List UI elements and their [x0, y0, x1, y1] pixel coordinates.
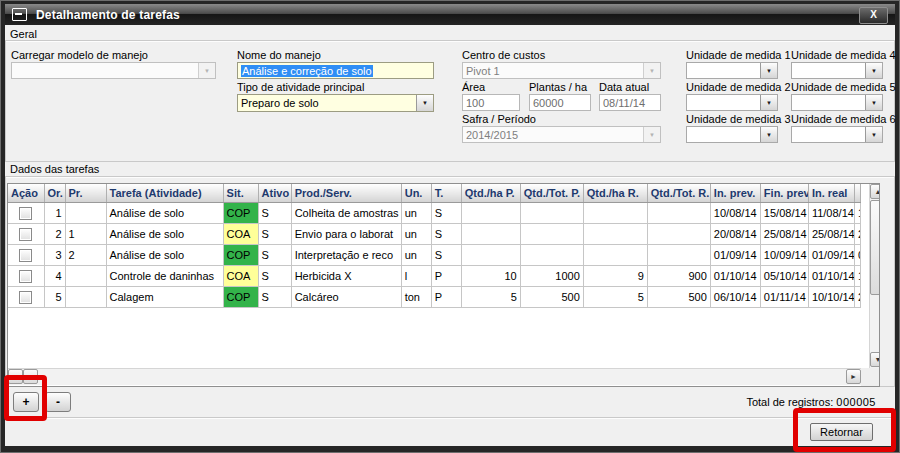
cell-fin-prev[interactable]: 05/10/14	[760, 266, 808, 287]
cell-ativo[interactable]: S	[258, 287, 291, 308]
unidade-2-combobox[interactable]: ▼	[686, 94, 778, 111]
cell-un[interactable]: un	[401, 245, 431, 266]
cell-in-prev[interactable]: 01/10/14	[710, 266, 760, 287]
cell-qtd-tot-r[interactable]	[647, 203, 710, 224]
vertical-scrollbar-thumb[interactable]	[870, 200, 880, 295]
column-header-acao[interactable]: Ação	[8, 184, 44, 203]
cell-in-real[interactable]: 01/10/14	[808, 266, 854, 287]
cell-qtd-tot-p[interactable]: 1000	[520, 266, 583, 287]
chevron-down-icon[interactable]: ▼	[865, 95, 882, 110]
column-header-tarefa[interactable]: Tarefa (Atividade)	[106, 184, 223, 203]
cell-acao[interactable]	[8, 203, 44, 224]
cell-t[interactable]: S	[431, 245, 461, 266]
cell-prod-serv[interactable]: Calcáreo	[291, 287, 401, 308]
cell-sit[interactable]: COA	[223, 266, 258, 287]
cell-qtd-tot-r[interactable]	[647, 245, 710, 266]
cell-qtd-ha-p[interactable]	[461, 203, 520, 224]
cell-qtd-ha-p[interactable]	[461, 245, 520, 266]
column-header-sit[interactable]: Sit.	[223, 184, 258, 203]
chevron-down-icon[interactable]: ▼	[760, 63, 777, 78]
horizontal-scrollbar-thumb[interactable]	[23, 369, 38, 384]
cell-qtd-tot-p[interactable]	[520, 224, 583, 245]
cell-in-real[interactable]: 10/10/14	[808, 287, 854, 308]
scroll-left-icon[interactable]: ◄	[8, 369, 23, 384]
column-header-qtd-ha-r[interactable]: Qtd./ha R.	[583, 184, 647, 203]
cell-sit[interactable]: COP	[223, 203, 258, 224]
vertical-scrollbar[interactable]: ▲ ▼	[869, 184, 880, 368]
cell-ativo[interactable]: S	[258, 266, 291, 287]
unidade-5-combobox[interactable]: ▼	[791, 94, 883, 111]
cell-acao[interactable]	[8, 224, 44, 245]
column-header-or[interactable]: Or.	[44, 184, 65, 203]
column-header-qtd-ha-p[interactable]: Qtd./ha P.	[461, 184, 520, 203]
cell-t[interactable]: P	[431, 287, 461, 308]
cell-qtd-ha-r[interactable]	[583, 203, 647, 224]
column-header-fin-prev[interactable]: Fin. prev	[760, 184, 808, 203]
column-header-qtd-tot-r[interactable]: Qtd./Tot. R.	[647, 184, 710, 203]
cell-pr[interactable]	[65, 203, 106, 224]
column-header-pr[interactable]: Pr.	[65, 184, 106, 203]
cell-or[interactable]: 1	[44, 203, 65, 224]
cell-pr[interactable]	[65, 266, 106, 287]
scroll-down-icon[interactable]: ▼	[870, 352, 880, 367]
cell-sit[interactable]: COP	[223, 245, 258, 266]
cell-qtd-ha-p[interactable]	[461, 224, 520, 245]
cell-qtd-ha-r[interactable]: 5	[583, 287, 647, 308]
chevron-down-icon[interactable]: ▼	[760, 127, 777, 142]
cell-pr[interactable]	[65, 287, 106, 308]
column-header-ativo[interactable]: Ativo	[258, 184, 291, 203]
cell-prod-serv[interactable]: Colheita de amostras	[291, 203, 401, 224]
cell-un[interactable]: l	[401, 266, 431, 287]
chevron-down-icon[interactable]: ▼	[760, 95, 777, 110]
cell-or[interactable]: 2	[44, 224, 65, 245]
unidade-6-combobox[interactable]: ▼	[791, 126, 883, 143]
cell-or[interactable]: 5	[44, 287, 65, 308]
return-button[interactable]: Retornar	[810, 423, 873, 441]
scroll-right-icon[interactable]: ►	[846, 369, 861, 384]
column-header-t[interactable]: T.	[431, 184, 461, 203]
chevron-down-icon[interactable]: ▼	[865, 127, 882, 142]
cell-in-prev[interactable]: 20/08/14	[710, 224, 760, 245]
cell-or[interactable]: 4	[44, 266, 65, 287]
cell-pr[interactable]: 1	[65, 224, 106, 245]
row-checkbox[interactable]	[19, 270, 32, 283]
close-button[interactable]: X	[859, 7, 888, 24]
cell-fin-prev[interactable]: 10/09/14	[760, 245, 808, 266]
cell-un[interactable]: ton	[401, 287, 431, 308]
cell-ativo[interactable]: S	[258, 245, 291, 266]
unidade-1-combobox[interactable]: ▼	[686, 62, 778, 79]
cell-sit[interactable]: COP	[223, 287, 258, 308]
cell-prod-serv[interactable]: Envio para o laborat	[291, 224, 401, 245]
cell-tarefa[interactable]: Controle de daninhas	[106, 266, 223, 287]
cell-qtd-tot-r[interactable]: 500	[647, 287, 710, 308]
cell-un[interactable]: un	[401, 224, 431, 245]
cell-fin-prev[interactable]: 15/08/14	[760, 203, 808, 224]
cell-prod-serv[interactable]: Interpretação e reco	[291, 245, 401, 266]
cell-ativo[interactable]: S	[258, 203, 291, 224]
cell-qtd-tot-p[interactable]	[520, 245, 583, 266]
cell-tarefa[interactable]: Análise de solo	[106, 245, 223, 266]
row-checkbox[interactable]	[19, 291, 32, 304]
chevron-down-icon[interactable]: ▼	[865, 63, 882, 78]
cell-qtd-tot-p[interactable]: 500	[520, 287, 583, 308]
cell-prod-serv[interactable]: Herbicida X	[291, 266, 401, 287]
cell-tarefa[interactable]: Análise de solo	[106, 203, 223, 224]
cell-pr[interactable]: 2	[65, 245, 106, 266]
cell-fin-prev[interactable]: 01/11/14	[760, 287, 808, 308]
cell-in-prev[interactable]: 01/09/14	[710, 245, 760, 266]
tipo-atividade-combobox[interactable]: Preparo de solo ▼	[237, 94, 434, 112]
cell-qtd-ha-p[interactable]: 10	[461, 266, 520, 287]
cell-in-real[interactable]: 01/09/14	[808, 245, 854, 266]
cell-qtd-ha-p[interactable]: 5	[461, 287, 520, 308]
row-checkbox[interactable]	[19, 228, 32, 241]
cell-qtd-ha-r[interactable]: 9	[583, 266, 647, 287]
row-checkbox[interactable]	[19, 249, 32, 262]
cell-fin-prev[interactable]: 25/08/14	[760, 224, 808, 245]
unidade-3-combobox[interactable]: ▼	[686, 126, 778, 143]
cell-acao[interactable]	[8, 266, 44, 287]
cell-in-prev[interactable]: 10/08/14	[710, 203, 760, 224]
unidade-4-combobox[interactable]: ▼	[791, 62, 883, 79]
column-header-un[interactable]: Un.	[401, 184, 431, 203]
cell-qtd-tot-p[interactable]	[520, 203, 583, 224]
cell-acao[interactable]	[8, 245, 44, 266]
